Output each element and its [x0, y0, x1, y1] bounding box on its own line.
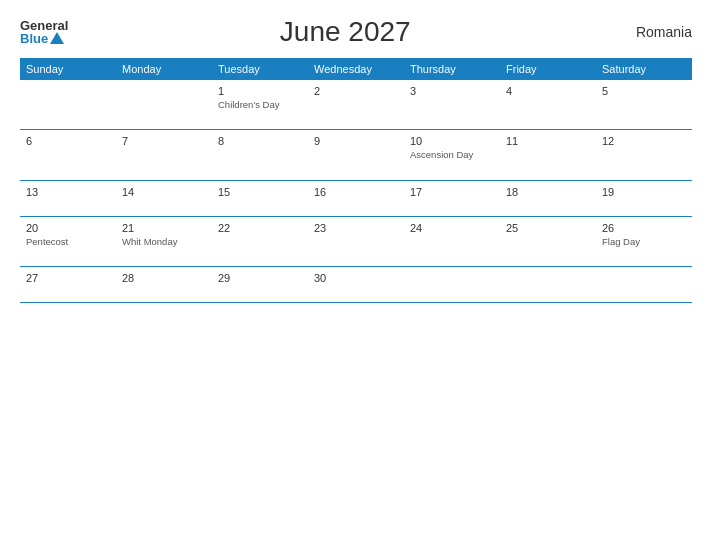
calendar-cell: 18 — [500, 180, 596, 216]
day-number: 11 — [506, 135, 590, 147]
country-label: Romania — [622, 24, 692, 40]
calendar-cell: 16 — [308, 180, 404, 216]
calendar-cell: 3 — [404, 80, 500, 130]
calendar-cell — [404, 267, 500, 303]
day-number: 22 — [218, 222, 302, 234]
calendar-cell: 20Pentecost — [20, 216, 116, 266]
day-number: 2 — [314, 85, 398, 97]
calendar-cell: 28 — [116, 267, 212, 303]
calendar-cell — [116, 80, 212, 130]
calendar-cell: 22 — [212, 216, 308, 266]
day-number: 23 — [314, 222, 398, 234]
day-number: 8 — [218, 135, 302, 147]
day-number: 1 — [218, 85, 302, 97]
calendar-cell: 19 — [596, 180, 692, 216]
calendar-cell: 12 — [596, 130, 692, 180]
holiday-label: Ascension Day — [410, 149, 494, 161]
day-number: 30 — [314, 272, 398, 284]
calendar-week-row: 1Children's Day2345 — [20, 80, 692, 130]
day-number: 15 — [218, 186, 302, 198]
calendar-table: SundayMondayTuesdayWednesdayThursdayFrid… — [20, 58, 692, 303]
logo: General Blue — [20, 19, 68, 45]
day-of-week-header: Tuesday — [212, 58, 308, 80]
holiday-label: Flag Day — [602, 236, 686, 248]
calendar-cell — [500, 267, 596, 303]
calendar-week-row: 27282930 — [20, 267, 692, 303]
day-of-week-header: Saturday — [596, 58, 692, 80]
day-of-week-header: Monday — [116, 58, 212, 80]
calendar-header-row: SundayMondayTuesdayWednesdayThursdayFrid… — [20, 58, 692, 80]
day-number: 24 — [410, 222, 494, 234]
calendar-cell: 24 — [404, 216, 500, 266]
calendar-cell: 29 — [212, 267, 308, 303]
calendar-cell: 27 — [20, 267, 116, 303]
day-number: 6 — [26, 135, 110, 147]
day-number: 29 — [218, 272, 302, 284]
calendar-cell: 5 — [596, 80, 692, 130]
day-number: 19 — [602, 186, 686, 198]
day-number: 4 — [506, 85, 590, 97]
day-number: 3 — [410, 85, 494, 97]
day-number: 26 — [602, 222, 686, 234]
calendar-cell: 30 — [308, 267, 404, 303]
holiday-label: Whit Monday — [122, 236, 206, 248]
calendar-page: General Blue June 2027 Romania SundayMon… — [0, 0, 712, 550]
logo-blue-text: Blue — [20, 32, 64, 45]
day-number: 9 — [314, 135, 398, 147]
holiday-label: Children's Day — [218, 99, 302, 111]
logo-triangle-icon — [50, 32, 64, 44]
day-number: 28 — [122, 272, 206, 284]
day-number: 14 — [122, 186, 206, 198]
day-number: 7 — [122, 135, 206, 147]
calendar-cell: 15 — [212, 180, 308, 216]
calendar-cell: 14 — [116, 180, 212, 216]
day-of-week-header: Wednesday — [308, 58, 404, 80]
calendar-cell: 8 — [212, 130, 308, 180]
day-number: 17 — [410, 186, 494, 198]
day-of-week-header: Sunday — [20, 58, 116, 80]
calendar-cell: 25 — [500, 216, 596, 266]
calendar-cell — [20, 80, 116, 130]
calendar-cell: 4 — [500, 80, 596, 130]
calendar-cell: 7 — [116, 130, 212, 180]
calendar-week-row: 678910Ascension Day1112 — [20, 130, 692, 180]
day-number: 13 — [26, 186, 110, 198]
day-number: 18 — [506, 186, 590, 198]
day-number: 20 — [26, 222, 110, 234]
holiday-label: Pentecost — [26, 236, 110, 248]
calendar-cell — [596, 267, 692, 303]
page-title: June 2027 — [68, 16, 622, 48]
calendar-cell: 21Whit Monday — [116, 216, 212, 266]
header: General Blue June 2027 Romania — [20, 16, 692, 48]
calendar-week-row: 13141516171819 — [20, 180, 692, 216]
calendar-cell: 13 — [20, 180, 116, 216]
day-number: 25 — [506, 222, 590, 234]
calendar-cell: 17 — [404, 180, 500, 216]
calendar-week-row: 20Pentecost21Whit Monday2223242526Flag D… — [20, 216, 692, 266]
day-number: 16 — [314, 186, 398, 198]
day-of-week-header: Thursday — [404, 58, 500, 80]
day-number: 5 — [602, 85, 686, 97]
day-number: 21 — [122, 222, 206, 234]
day-of-week-header: Friday — [500, 58, 596, 80]
day-number: 10 — [410, 135, 494, 147]
calendar-cell: 2 — [308, 80, 404, 130]
day-number: 27 — [26, 272, 110, 284]
calendar-cell: 23 — [308, 216, 404, 266]
calendar-cell: 6 — [20, 130, 116, 180]
calendar-cell: 26Flag Day — [596, 216, 692, 266]
day-number: 12 — [602, 135, 686, 147]
calendar-cell: 1Children's Day — [212, 80, 308, 130]
calendar-cell: 10Ascension Day — [404, 130, 500, 180]
calendar-cell: 11 — [500, 130, 596, 180]
calendar-cell: 9 — [308, 130, 404, 180]
